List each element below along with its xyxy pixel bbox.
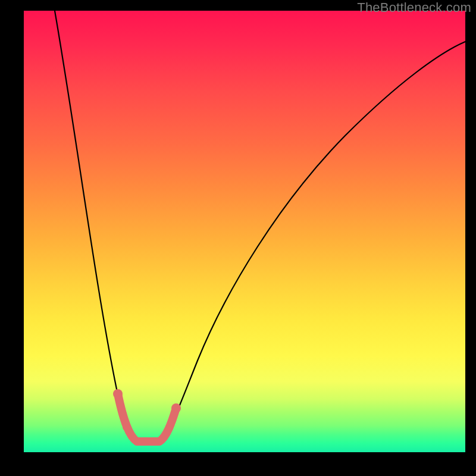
bottleneck-curve bbox=[55, 11, 465, 439]
chart-stage: TheBottleneck.com bbox=[0, 0, 476, 476]
trough-dot-right bbox=[171, 403, 181, 413]
trough-dot-mid-left bbox=[123, 424, 130, 431]
watermark-text: TheBottleneck.com bbox=[357, 0, 471, 15]
optimal-zone-highlight bbox=[118, 394, 176, 441]
trough-dot-left bbox=[113, 389, 123, 399]
bottleneck-curve-svg bbox=[24, 11, 465, 452]
trough-dot-mid-right bbox=[165, 424, 173, 431]
gradient-plot-area bbox=[24, 11, 465, 452]
